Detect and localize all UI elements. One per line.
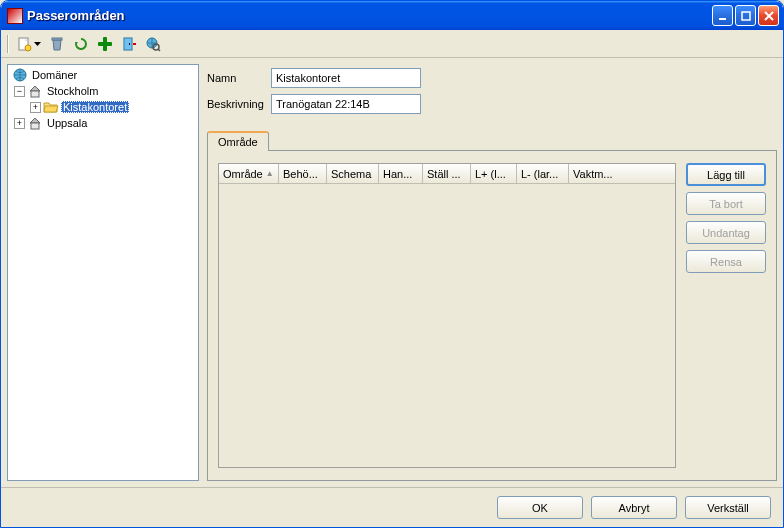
svg-marker-7 <box>34 42 41 46</box>
tab-label: Område <box>218 136 258 148</box>
sort-asc-icon: ▲ <box>266 169 274 178</box>
tab-omrade[interactable]: Område <box>207 131 269 151</box>
col-schema[interactable]: Schema <box>327 164 379 183</box>
house-icon <box>27 116 43 130</box>
chevron-down-icon[interactable] <box>33 35 42 53</box>
app-window: Passerområden <box>0 0 784 528</box>
toolbar <box>1 30 783 58</box>
delete-button[interactable] <box>48 35 66 53</box>
col-omrade[interactable]: Område▲ <box>219 164 279 183</box>
tree-node-label: Kistakontoret <box>61 101 129 113</box>
folder-open-icon <box>43 100 59 114</box>
svg-rect-13 <box>125 38 132 49</box>
collapse-icon[interactable]: − <box>14 86 25 97</box>
expand-icon[interactable]: + <box>30 102 41 113</box>
svg-rect-11 <box>98 42 112 46</box>
name-label: Namn <box>207 72 271 84</box>
svg-rect-1 <box>742 12 750 20</box>
tree-node-stockholm[interactable]: − Stockholm <box>8 83 198 99</box>
areas-grid[interactable]: Område▲ Behö... Schema Han... Ställ ... … <box>218 163 676 468</box>
expand-icon[interactable]: + <box>14 118 25 129</box>
description-input[interactable] <box>271 94 421 114</box>
refresh-button[interactable] <box>72 35 90 53</box>
plus-icon <box>96 35 114 53</box>
svg-rect-20 <box>31 91 39 97</box>
svg-line-17 <box>158 49 160 51</box>
clear-button[interactable]: Rensa <box>686 250 766 273</box>
col-behorighet[interactable]: Behö... <box>279 164 327 183</box>
col-lplus[interactable]: L+ (l... <box>471 164 517 183</box>
col-vaktm[interactable]: Vaktm... <box>569 164 675 183</box>
grid-body <box>219 184 675 467</box>
tabstrip: Område <box>207 128 777 150</box>
name-input[interactable] <box>271 68 421 88</box>
svg-rect-14 <box>129 43 130 45</box>
globe-icon <box>12 68 28 82</box>
remove-area-button[interactable]: Ta bort <box>686 192 766 215</box>
tab-panel: Område▲ Behö... Schema Han... Ställ ... … <box>207 150 777 481</box>
svg-rect-8 <box>52 38 62 40</box>
description-label: Beskrivning <box>207 98 271 110</box>
house-icon <box>27 84 43 98</box>
tree-node-uppsala[interactable]: + Uppsala <box>8 115 198 131</box>
svg-marker-21 <box>30 118 40 123</box>
minimize-button[interactable] <box>712 5 733 26</box>
maximize-button[interactable] <box>735 5 756 26</box>
add-button[interactable] <box>96 35 114 53</box>
svg-rect-22 <box>31 123 39 129</box>
new-button[interactable] <box>15 35 42 53</box>
tree-node-label: Stockholm <box>45 85 100 97</box>
apply-button[interactable]: Verkställ <box>685 496 771 519</box>
col-handelse[interactable]: Han... <box>379 164 423 183</box>
svg-marker-19 <box>30 86 40 91</box>
cancel-button[interactable]: Avbryt <box>591 496 677 519</box>
grid-header: Område▲ Behö... Schema Han... Ställ ... … <box>219 164 675 184</box>
trash-icon <box>49 36 65 52</box>
app-icon <box>7 8 23 24</box>
domain-tree[interactable]: Domäner − Stockholm + Kistakontoret + <box>7 64 199 481</box>
details-form: Namn Beskrivning <box>207 64 777 128</box>
window-title: Passerområden <box>27 8 712 23</box>
col-stall[interactable]: Ställ ... <box>423 164 471 183</box>
close-button[interactable] <box>758 5 779 26</box>
ok-button[interactable]: OK <box>497 496 583 519</box>
svg-rect-0 <box>719 18 726 20</box>
col-lminus[interactable]: L- (lar... <box>517 164 569 183</box>
tree-root[interactable]: Domäner <box>8 67 198 83</box>
dialog-footer: OK Avbryt Verkställ <box>1 487 783 527</box>
globe-search-icon <box>145 36 161 52</box>
svg-point-6 <box>25 45 31 51</box>
exception-button[interactable]: Undantag <box>686 221 766 244</box>
exit-button[interactable] <box>120 35 138 53</box>
tree-root-label: Domäner <box>30 69 79 81</box>
tree-node-label: Uppsala <box>45 117 89 129</box>
add-area-button[interactable]: Lägg till <box>686 163 766 186</box>
door-icon <box>121 36 137 52</box>
refresh-icon <box>73 36 89 52</box>
search-button[interactable] <box>144 35 162 53</box>
new-document-icon <box>15 35 33 53</box>
titlebar: Passerområden <box>1 1 783 30</box>
tree-node-kistakontoret[interactable]: + Kistakontoret <box>8 99 198 115</box>
